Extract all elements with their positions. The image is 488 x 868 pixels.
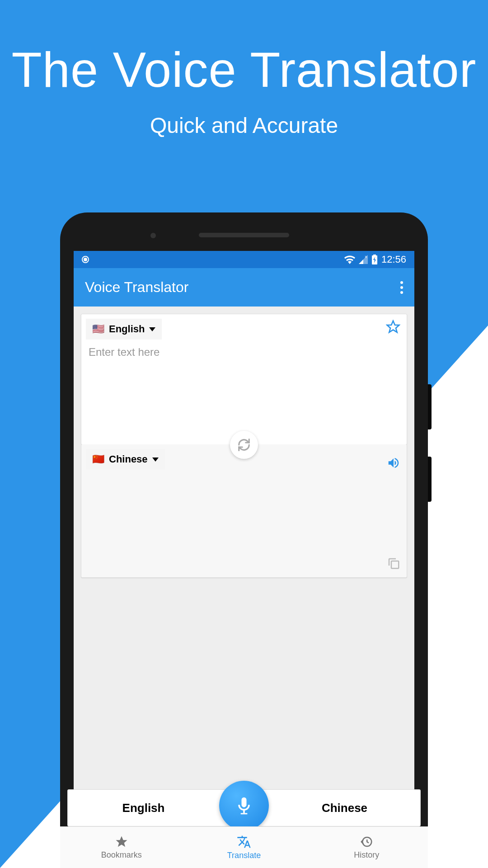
wifi-icon (344, 255, 355, 264)
microphone-button[interactable] (219, 781, 269, 830)
nav-bookmarks-label: Bookmarks (101, 850, 142, 860)
target-language-label: Chinese (109, 453, 148, 465)
svg-rect-2 (373, 255, 376, 255)
svg-rect-5 (243, 811, 245, 813)
voice-source-language-label: English (122, 801, 165, 815)
phone-speaker (199, 233, 289, 237)
svg-rect-6 (241, 813, 248, 815)
overflow-menu-icon[interactable] (400, 281, 403, 294)
flag-icon: 🇺🇸 (92, 323, 104, 335)
flag-icon: 🇨🇳 (92, 453, 104, 465)
svg-marker-7 (116, 836, 127, 847)
target-language-selector[interactable]: 🇨🇳 Chinese (86, 449, 165, 470)
status-left (82, 256, 89, 263)
copy-icon[interactable] (387, 557, 400, 572)
phone-side-button (428, 457, 432, 502)
nav-translate-label: Translate (227, 851, 261, 860)
voice-target-language-button[interactable]: Chinese (269, 801, 414, 815)
voice-source-language-button[interactable]: English (74, 801, 219, 815)
swap-icon (237, 438, 251, 452)
signal-icon: × (359, 255, 368, 264)
app-bar: Voice Translator (74, 268, 414, 307)
phone-screen: × 12:56 Voice Translator 🇺🇸 English Ente… (74, 251, 414, 868)
status-notification-icon (82, 256, 89, 263)
voice-bar: English Chinese (74, 789, 414, 826)
microphone-icon (234, 796, 254, 816)
nav-translate[interactable]: Translate (183, 827, 305, 868)
source-language-label: English (109, 323, 145, 335)
bookmark-star-icon[interactable] (386, 320, 400, 336)
svg-rect-4 (391, 561, 399, 568)
nav-bookmarks[interactable]: Bookmarks (74, 827, 183, 868)
chevron-down-icon (149, 327, 155, 331)
translate-icon (237, 835, 251, 849)
hero-subtitle: Quick and Accurate (0, 113, 488, 138)
history-icon (360, 835, 373, 849)
status-time: 12:56 (381, 254, 406, 265)
swap-languages-button[interactable] (230, 431, 258, 459)
chevron-down-icon (152, 458, 159, 462)
source-language-selector[interactable]: 🇺🇸 English (86, 319, 162, 340)
output-card: 🇨🇳 Chinese (81, 444, 407, 578)
svg-text:×: × (365, 255, 367, 259)
svg-marker-3 (387, 321, 399, 332)
status-bar: × 12:56 (74, 251, 414, 268)
phone-camera (150, 233, 156, 238)
voice-target-language-label: Chinese (322, 801, 367, 815)
app-title: Voice Translator (85, 279, 188, 296)
star-icon (115, 835, 128, 849)
input-placeholder[interactable]: Enter text here (89, 346, 160, 359)
nav-history-label: History (354, 850, 379, 860)
battery-icon (371, 255, 378, 264)
bottom-navigation: Bookmarks Translate History (74, 826, 414, 868)
phone-side-button (428, 384, 432, 429)
hero-title: The Voice Translator (0, 41, 488, 98)
status-right: × 12:56 (344, 254, 406, 265)
input-card: 🇺🇸 English Enter text here (81, 314, 407, 445)
cards-container: 🇺🇸 English Enter text here 🇨🇳 Chinese (74, 307, 414, 578)
phone-frame: × 12:56 Voice Translator 🇺🇸 English Ente… (60, 212, 428, 868)
speaker-icon[interactable] (387, 456, 400, 472)
nav-history[interactable]: History (305, 827, 414, 868)
